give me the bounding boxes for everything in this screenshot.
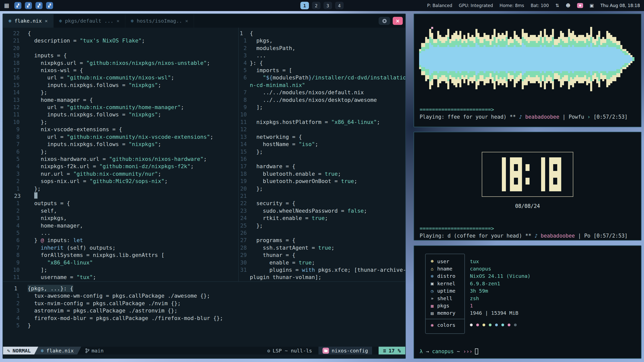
code-line: 2 tux-nvim-config = pkgs.callPackage ./n…: [3, 300, 405, 307]
line-number: [239, 274, 250, 281]
line-number: 10: [3, 118, 28, 126]
buffer-tab-hosts-isoImag-[interactable]: ❄hosts/isoImag..×: [125, 14, 194, 28]
line-number: 23: [239, 207, 250, 214]
color-dot: [514, 324, 517, 326]
line-number: 14: [239, 141, 250, 148]
toggle-button[interactable]: [379, 17, 390, 25]
nix-file-icon: ❄: [9, 18, 11, 24]
pinned-app-icon[interactable]: ▞: [46, 2, 53, 9]
code-line: n-cd-minimal.nix": [239, 81, 405, 89]
code-line: 26: [239, 229, 405, 237]
code-line: 4}: {: [239, 59, 405, 67]
fetch-row-colors: ◉colors: [425, 321, 631, 329]
audio-visualizer: [419, 24, 636, 94]
color-dot: [508, 324, 510, 326]
line-number: 6: [239, 74, 250, 81]
app-launcher-icon[interactable]: ▦: [4, 3, 9, 8]
terminal-cursor: [475, 348, 478, 354]
buffer-tab-pkgs-default-[interactable]: ❄pkgs/default ...×: [54, 14, 125, 28]
code-line: 22{: [3, 30, 238, 37]
tab-close-icon[interactable]: ×: [45, 18, 48, 24]
fetch-label: pkgs: [437, 303, 449, 309]
code-line: 10 ];: [3, 266, 238, 274]
line-number: 8: [3, 133, 28, 141]
close-window-button[interactable]: ×: [393, 17, 403, 25]
fetch-value: 1946 | 15394 MiB: [470, 310, 518, 316]
shell-prompt[interactable]: λ → canopus ~ ›››: [420, 348, 478, 354]
line-number: 5: [3, 322, 28, 329]
fetch-label: shell: [437, 295, 452, 301]
folder-icon: [323, 348, 329, 354]
fetch-value: canopus: [470, 266, 491, 272]
clock-digit: [494, 157, 506, 191]
workspace-tag-1[interactable]: 1: [300, 2, 309, 9]
pinned-app-icon[interactable]: ▞: [35, 2, 43, 9]
clock-terminal[interactable]: 08/08/24 =======================> Playin…: [414, 132, 641, 241]
code-line: 7 inherit (self) outputs;: [3, 244, 238, 251]
bufferline: ❄flake.nix×❄pkgs/default ...×❄hosts/isoI…: [3, 14, 405, 28]
fetch-value: 1: [470, 303, 473, 309]
code-line: 19 bluetooth.powerOnBoot = true;: [239, 177, 405, 185]
pinned-app-icon[interactable]: ▞: [25, 2, 32, 9]
command-line[interactable]: [3, 354, 405, 358]
code-line: 18 nixpkgs.url = "github:nixos/nixpkgs/n…: [3, 59, 238, 67]
clock-digit: [533, 157, 545, 191]
code-line: 11 nixpkgs.hostPlatform = "x86_64-linux"…: [239, 118, 405, 126]
pinned-app-icon[interactable]: ▞: [14, 2, 21, 9]
tab-close-icon[interactable]: ×: [185, 18, 188, 24]
scroll-progress-label: 17 %: [389, 348, 401, 354]
line-number: 2: [239, 44, 250, 52]
buffer-tab-flake-nix[interactable]: ❄flake.nix×: [3, 14, 54, 28]
line-number: 3: [3, 170, 28, 177]
code-line: 3 ...: [239, 52, 405, 59]
line-number: 1: [3, 285, 28, 292]
code-line: 11 username = "tux";: [3, 274, 238, 281]
packages-icon: ▦: [429, 303, 436, 308]
fetch-row-pkgs: ▦pkgs1: [425, 302, 631, 309]
line-number: 9: [3, 126, 28, 133]
code-line: 7 inputs.nixpkgs.follows = "nixpkgs";: [3, 141, 238, 148]
code-line: 12: [239, 126, 405, 133]
line-number: 4: [3, 222, 28, 229]
line-number: 1: [239, 37, 250, 44]
screenshot-tray-icon[interactable]: [577, 3, 583, 8]
tab-close-icon[interactable]: ×: [116, 18, 119, 24]
music-visualizer-terminal[interactable]: =======================> Playing: ffee f…: [414, 14, 641, 127]
nix-file-icon: ❄: [59, 18, 62, 24]
editor-pane-flake[interactable]: 22{21 description = "tux's NixOS Flake";…: [3, 28, 238, 281]
line-number: 2: [3, 300, 28, 307]
code-line: 18 bluetooth.enable = true;: [239, 170, 405, 177]
line-number: 23: [3, 192, 28, 200]
code-line: 5 nixos-hardware.url = "github:nixos/nix…: [3, 155, 238, 163]
network-traffic-icon[interactable]: ⇅: [555, 3, 559, 8]
fetch-terminal[interactable]: ☻usertux⌂hnamecanopus❄distroNixOS 24.11 …: [414, 245, 641, 359]
neovim-window: ❄flake.nix×❄pkgs/default ...×❄hosts/isoI…: [3, 14, 406, 359]
editor-pane-pkgs[interactable]: 1{pkgs, ...}: {1 tux-awesome-wm-config =…: [3, 282, 405, 347]
line-number: 15: [3, 81, 28, 89]
branch-icon: [85, 348, 90, 353]
line-number: 7: [3, 244, 28, 251]
clock-digit: [510, 157, 522, 191]
editor-pane-iso[interactable]: 1{1 pkgs,2 modulesPath,3 ...4}: {5 impor…: [239, 28, 405, 281]
fetch-label: kernel: [437, 281, 455, 287]
workspace-tag-4[interactable]: 4: [335, 2, 344, 9]
workspace-tag-3[interactable]: 3: [324, 2, 332, 9]
line-number: 3: [239, 52, 250, 59]
layout-icon[interactable]: ▣: [590, 3, 594, 8]
code-line: 8 url = "github:nix-community/nix-vscode…: [3, 133, 238, 141]
workspace-tag-2[interactable]: 2: [312, 2, 320, 9]
fetch-label: user: [437, 258, 449, 264]
line-number: 17: [3, 67, 28, 74]
fetch-row-kernel: ▣kernel6.9.8-zen1: [425, 280, 631, 287]
fetch-separator: [425, 319, 465, 319]
line-number: 7: [239, 89, 250, 96]
code-line: 1 };: [3, 185, 238, 192]
line-number: 15: [239, 148, 250, 155]
fetch-rows: ☻usertux⌂hnamecanopus❄distroNixOS 24.11 …: [425, 254, 631, 329]
user-tray-icon[interactable]: ☻: [566, 3, 571, 8]
code-line: 1{: [239, 30, 405, 37]
code-line: 29 thunar = {: [239, 251, 405, 259]
bar-status-cluster: P: Balanced GPU: Integrated Home: 8ms Ba…: [427, 3, 640, 8]
track-progress-arrow: =======================>: [420, 106, 494, 113]
line-number: 20: [239, 185, 250, 192]
